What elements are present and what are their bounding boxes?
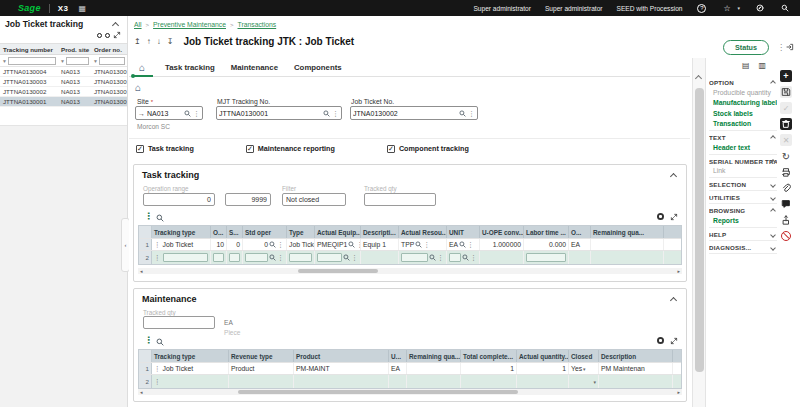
lookup-icon[interactable] (459, 241, 466, 248)
row-drag-icon[interactable]: ⋮ (154, 365, 161, 373)
scroll-up-icon[interactable] (695, 75, 702, 82)
cell[interactable] (407, 375, 461, 388)
field-actions-icon[interactable]: ⋮ (437, 254, 444, 261)
section-title[interactable]: OPTION (709, 79, 777, 86)
last-record-icon[interactable]: ↧ (167, 37, 174, 46)
operation-from-input[interactable] (143, 193, 215, 206)
cell[interactable] (229, 375, 294, 388)
section-title[interactable]: DIAGNOSIS... (709, 244, 777, 251)
lookup-icon[interactable] (343, 254, 350, 261)
filter-icon[interactable]: ▼ (60, 58, 65, 64)
cell[interactable]: EA (569, 239, 591, 250)
collapse-section-icon[interactable] (670, 297, 677, 304)
column-filter-input[interactable] (8, 57, 56, 65)
chevron-down-icon[interactable]: ▾ (737, 5, 740, 11)
search-icon[interactable] (779, 3, 790, 14)
grid-expand-icon[interactable] (670, 337, 678, 345)
cell[interactable]: PMEQIP1⋮ (315, 239, 361, 250)
grid-menu-icon[interactable]: ⋮ (144, 335, 153, 345)
column-header[interactable]: Tracking number (0, 44, 58, 54)
table-row[interactable]: 1⋮Job TicketProductPM-MAINTEA11Yes ▾PM M… (139, 362, 681, 374)
layout-right-icon[interactable]: ▥ (759, 61, 767, 70)
field-actions-icon[interactable]: ⋮ (467, 241, 474, 248)
table-row-new[interactable]: 2⋮▾ (139, 374, 681, 388)
cell[interactable] (294, 375, 389, 388)
row-drag-icon[interactable]: ⋮ (154, 378, 161, 386)
cell-input[interactable] (163, 253, 209, 262)
section-title[interactable]: UTILITIES (709, 194, 777, 201)
breadcrumb-link[interactable]: Preventive Maintenance (153, 21, 226, 28)
breadcrumb-link[interactable]: Transactions (238, 21, 277, 28)
field-actions-icon[interactable]: ⋮ (351, 254, 358, 261)
cell[interactable] (591, 251, 664, 264)
section-title[interactable]: HELP (709, 231, 777, 238)
cell[interactable]: Yes ▾ (569, 363, 599, 374)
cell-input[interactable] (245, 253, 268, 262)
panel-link-transaction[interactable]: Transaction (709, 118, 777, 129)
tab-home[interactable]: ⌂ (135, 62, 149, 73)
cell-input[interactable] (449, 253, 461, 262)
cell[interactable]: ⋮ (447, 251, 480, 264)
record-nav-icon-2[interactable] (105, 33, 110, 38)
panel-link-header-text[interactable]: Header text (709, 141, 777, 152)
record-row[interactable]: JTTNA0130004NA013JTNA01300 (0, 67, 127, 77)
grid-settings-icon[interactable] (657, 337, 664, 344)
lookup-icon[interactable] (348, 241, 355, 248)
grid-menu-icon[interactable]: ⋮ (144, 211, 153, 221)
exit-icon[interactable] (786, 43, 794, 51)
cell[interactable]: TPP⋮ (399, 239, 447, 250)
layout-left-icon[interactable]: ▤ (742, 61, 750, 70)
help-icon[interactable]: ? (696, 3, 707, 14)
field-actions-icon[interactable]: ⋮ (468, 110, 475, 117)
section-title[interactable]: SELECTION (709, 181, 777, 188)
lookup-icon[interactable] (269, 254, 276, 261)
endpoint-menu[interactable]: SEED with Procession (617, 5, 683, 12)
status-button[interactable]: Status (723, 40, 769, 55)
cell[interactable] (517, 375, 569, 388)
attachment-icon[interactable] (780, 182, 792, 194)
cell-input[interactable] (213, 253, 224, 262)
cell[interactable]: Equip 1 (361, 239, 399, 250)
expand-panel-icon[interactable] (113, 31, 121, 39)
checkbox-task-tracking[interactable]: ✓Task tracking (136, 144, 194, 153)
column-header[interactable]: Order no. (91, 44, 127, 54)
filter-icon[interactable]: ▼ (2, 58, 7, 64)
grid-search-icon[interactable] (156, 338, 164, 346)
cell[interactable]: 1.000000 (480, 239, 524, 250)
checkbox-component-tracking[interactable]: ✓Component tracking (387, 144, 469, 153)
section-title[interactable]: BROWSING (709, 207, 777, 214)
cell[interactable]: EA⋮ (447, 239, 480, 250)
cell[interactable]: ⋮Job Ticket (152, 239, 211, 250)
field-actions-icon[interactable]: ⋮ (193, 110, 200, 117)
cell[interactable]: PM-MAINT (294, 363, 389, 374)
tracked-qty-input[interactable] (143, 316, 215, 329)
cell[interactable] (599, 375, 673, 388)
record-row[interactable]: JTTNA0130003NA013JTNA01300 (0, 77, 127, 87)
horizontal-scrollbar[interactable]: ◂ ▸ (138, 389, 682, 395)
field-actions-icon[interactable]: ⋮ (277, 241, 284, 248)
table-row-new[interactable]: 2⋮⋮⋮⋮⋮ (139, 250, 681, 264)
collapse-section-icon[interactable] (670, 173, 677, 180)
export-icon[interactable] (780, 214, 792, 226)
section-title[interactable]: TEXT (709, 134, 777, 141)
cell[interactable]: Job Ticket (287, 239, 315, 250)
operation-to-input[interactable] (225, 193, 271, 206)
cell[interactable]: ⋮Job Ticket (152, 363, 229, 374)
row-drag-icon[interactable]: ⋮ (154, 254, 161, 262)
star-icon[interactable]: ☆ (721, 3, 732, 14)
grid-settings-icon[interactable] (657, 213, 664, 220)
cell[interactable]: 0.000 (524, 239, 569, 250)
cell[interactable]: ▾ (569, 375, 599, 388)
cell[interactable]: ⋮ (243, 251, 287, 264)
cell[interactable] (591, 239, 664, 250)
user-menu-2[interactable]: Super administrator (545, 5, 603, 12)
jump-icon[interactable]: → (138, 110, 145, 117)
filter-icon[interactable]: ▼ (93, 58, 98, 64)
cell-input[interactable] (526, 253, 566, 262)
scrollbar-thumb[interactable] (695, 88, 704, 372)
tab-maintenance[interactable]: Maintenance (231, 63, 278, 72)
cell-input[interactable] (317, 253, 342, 262)
panel-link-stock-labels[interactable]: Stock labels (709, 107, 777, 118)
cell[interactable]: EA (389, 363, 407, 374)
collapse-panel-icon[interactable] (112, 22, 119, 29)
